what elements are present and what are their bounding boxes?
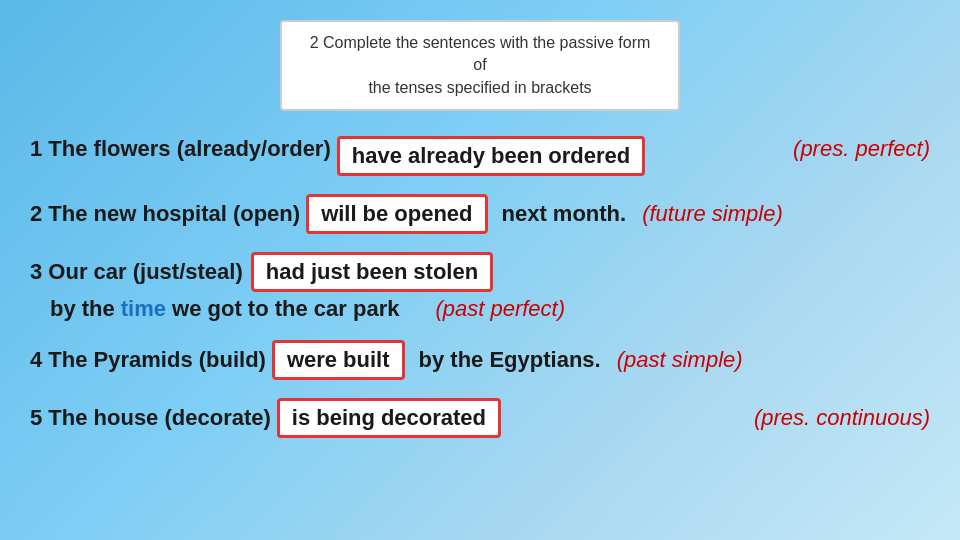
s2-prefix: 2 The new hospital (open) xyxy=(30,201,300,227)
s2-w3: opened xyxy=(394,201,472,227)
s4-suffix: by the Egyptians. xyxy=(419,347,601,373)
s5-w2: being xyxy=(316,405,375,431)
s3-w2: just xyxy=(311,259,350,285)
s1-w3: been xyxy=(491,143,542,169)
s3-line1: 3 Our car (just/steal) had just been sto… xyxy=(30,252,565,292)
s3-prefix: 3 Our car (just/steal) xyxy=(30,259,243,285)
s3-w3: been xyxy=(356,259,407,285)
s3-answer-box: had just been stolen xyxy=(251,252,493,292)
s3-w1: had xyxy=(266,259,305,285)
sentence-row-2: 2 The new hospital (open) will be opened… xyxy=(30,194,930,234)
s2-suffix: next month. xyxy=(502,201,627,227)
s3-wegot: we got to the car park xyxy=(172,296,399,322)
s4-w2: built xyxy=(343,347,389,373)
sentence-row-5: 5 The house (decorate) is being decorate… xyxy=(30,398,930,438)
s4-tense: (past simple) xyxy=(617,347,743,373)
sentence-row-1: 1 The flowers (already/order) have alrea… xyxy=(30,136,930,176)
s3-line2: by the time we got to the car park (past… xyxy=(50,296,565,322)
sentence-row-4: 4 The Pyramids (build) were built by the… xyxy=(30,340,930,380)
s2-answer-box: will be opened xyxy=(306,194,487,234)
s3-by: by the xyxy=(50,296,115,322)
s1-w2: already xyxy=(408,143,485,169)
s1-w1: have xyxy=(352,143,402,169)
s2-tense: (future simple) xyxy=(642,201,783,227)
s1-tense: (pres. perfect) xyxy=(793,136,930,162)
page-container: 2 Complete the sentences with the passiv… xyxy=(0,0,960,540)
sentence-row-3: 3 Our car (just/steal) had just been sto… xyxy=(30,252,930,322)
s4-w1: were xyxy=(287,347,337,373)
s5-prefix: 5 The house (decorate) xyxy=(30,405,271,431)
s3-w4: stolen xyxy=(413,259,478,285)
s2-w2: be xyxy=(363,201,389,227)
s5-w3: decorated xyxy=(381,405,486,431)
s1-prefix: 1 The flowers (already/order) xyxy=(30,136,331,162)
s4-prefix: 4 The Pyramids (build) xyxy=(30,347,266,373)
s1-answer-box: have already been ordered xyxy=(337,136,646,176)
s3-time: time xyxy=(121,296,166,322)
s4-answer-box: were built xyxy=(272,340,405,380)
s5-tense: (pres. continuous) xyxy=(754,405,930,431)
title-line2: the tenses specified in brackets xyxy=(302,77,658,99)
s2-w1: will xyxy=(321,201,356,227)
title-line1: 2 Complete the sentences with the passiv… xyxy=(302,32,658,77)
s1-w4: ordered xyxy=(548,143,630,169)
s5-w1: is xyxy=(292,405,310,431)
s3-wrap: 3 Our car (just/steal) had just been sto… xyxy=(30,252,565,322)
s5-answer-box: is being decorated xyxy=(277,398,501,438)
s3-tense: (past perfect) xyxy=(435,296,565,322)
title-box: 2 Complete the sentences with the passiv… xyxy=(280,20,680,111)
